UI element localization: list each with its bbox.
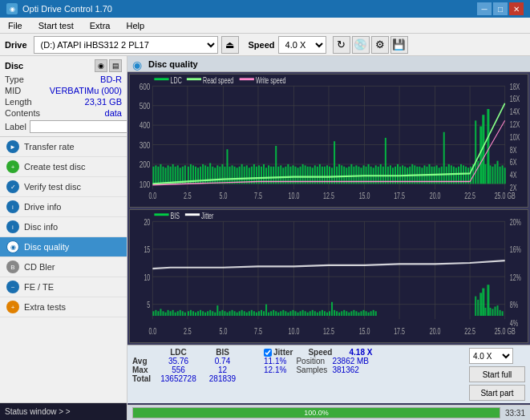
nav-icon-extra: + <box>6 301 19 313</box>
menu-file[interactable]: File <box>3 20 27 31</box>
svg-rect-267 <box>241 310 243 316</box>
nav-icon-drive-info: i <box>6 200 19 213</box>
svg-rect-321 <box>373 310 374 316</box>
settings-button[interactable]: ⚙ <box>371 36 389 54</box>
svg-rect-251 <box>202 311 204 316</box>
svg-rect-254 <box>209 310 211 316</box>
svg-rect-271 <box>251 310 253 316</box>
svg-rect-250 <box>200 310 201 316</box>
menu-extra[interactable]: Extra <box>85 20 115 31</box>
jitter-checkbox[interactable] <box>264 349 272 357</box>
svg-rect-311 <box>348 313 350 316</box>
progress-time: 33:31 <box>505 409 525 418</box>
close-button[interactable]: ✕ <box>509 2 524 15</box>
speed-select[interactable]: 4.0 X <box>278 36 326 54</box>
refresh-button[interactable]: ↻ <box>333 36 350 54</box>
svg-rect-289 <box>294 311 296 316</box>
nav-disc-quality[interactable]: ◉ Disc quality <box>0 237 127 257</box>
svg-text:12X: 12X <box>510 120 520 130</box>
svg-rect-264 <box>234 311 236 316</box>
svg-rect-272 <box>253 311 255 316</box>
svg-rect-243 <box>182 311 184 316</box>
svg-rect-318 <box>366 311 367 316</box>
svg-text:BIS: BIS <box>171 212 180 221</box>
nav-extra-tests[interactable]: + Extra tests <box>0 297 127 317</box>
svg-rect-112 <box>319 164 321 184</box>
svg-rect-329 <box>489 308 491 316</box>
svg-rect-54 <box>177 165 179 184</box>
disc-panel-title: Disc <box>5 61 23 71</box>
svg-text:Jitter: Jitter <box>201 212 213 221</box>
save-button[interactable]: 💾 <box>390 36 408 54</box>
svg-rect-283 <box>280 311 281 316</box>
svg-text:100: 100 <box>140 179 151 189</box>
nav-cd-bler[interactable]: B CD Bler <box>0 257 127 277</box>
svg-rect-277 <box>265 305 267 316</box>
svg-rect-261 <box>226 313 228 316</box>
svg-rect-233 <box>157 311 159 316</box>
svg-rect-306 <box>336 311 338 316</box>
svg-rect-181 <box>487 109 489 184</box>
nav-fe-te[interactable]: ~ FE / TE <box>0 277 127 297</box>
svg-rect-82 <box>246 165 248 184</box>
svg-text:15.0: 15.0 <box>359 327 370 337</box>
bis-header: BIS <box>200 348 245 357</box>
svg-rect-328 <box>487 285 489 316</box>
eject-button[interactable]: ⏏ <box>221 36 239 54</box>
nav-drive-info[interactable]: i Drive info <box>0 197 127 217</box>
maximize-button[interactable]: □ <box>493 2 508 15</box>
window-controls[interactable]: ─ □ ✕ <box>477 2 524 15</box>
disc-button[interactable]: 💿 <box>352 36 370 54</box>
action-buttons: 4.0 X Start full Start part <box>469 348 525 401</box>
svg-rect-302 <box>326 313 328 316</box>
svg-text:600: 600 <box>140 81 151 91</box>
svg-rect-191 <box>187 78 201 80</box>
start-part-button[interactable]: Start part <box>469 385 525 401</box>
svg-rect-291 <box>300 311 301 316</box>
svg-text:22.5: 22.5 <box>464 192 475 201</box>
svg-rect-248 <box>195 313 196 316</box>
svg-rect-180 <box>484 164 486 184</box>
disc-icon-1[interactable]: ◉ <box>95 59 107 72</box>
svg-text:10.0: 10.0 <box>289 192 300 201</box>
disc-quality-header: ◉ Disc quality <box>127 56 530 72</box>
svg-rect-188 <box>504 168 506 184</box>
nav-verify-test-disc[interactable]: ✓ Verify test disc <box>0 177 127 197</box>
avg-label: Avg <box>132 357 156 365</box>
nav-create-test-disc[interactable]: + Create test disc <box>0 157 127 177</box>
app-title: Opti Drive Control 1.70 <box>22 4 112 14</box>
svg-rect-45 <box>155 165 156 184</box>
total-ldc: 13652728 <box>156 374 200 383</box>
status-window[interactable]: Status window > > <box>0 402 127 420</box>
menu-start-test[interactable]: Start test <box>34 20 79 31</box>
svg-text:8%: 8% <box>510 301 518 310</box>
start-full-button[interactable]: Start full <box>469 366 525 382</box>
drive-select[interactable]: (D:) ATAPI iHBS312 2 PL17 <box>34 36 218 54</box>
label-input[interactable] <box>30 120 127 133</box>
disc-icon-2[interactable]: ▤ <box>109 59 122 72</box>
max-bis: 12 <box>200 365 245 374</box>
position-label: Position <box>296 357 332 365</box>
avg-ldc: 35.76 <box>156 357 200 365</box>
speed-header: Speed <box>296 348 332 357</box>
type-label: Type <box>5 74 24 85</box>
nav-items: ► Transfer rate + Create test disc ✓ Ver… <box>0 137 127 402</box>
svg-rect-139 <box>385 138 386 184</box>
svg-rect-237 <box>168 310 169 316</box>
menu-help[interactable]: Help <box>121 20 149 31</box>
svg-rect-335 <box>154 213 168 216</box>
nav-icon-disc-quality: ◉ <box>6 240 19 253</box>
svg-rect-330 <box>492 309 493 316</box>
svg-text:5.0: 5.0 <box>219 192 227 201</box>
speed-label: Speed <box>249 40 275 50</box>
svg-rect-273 <box>256 313 257 316</box>
speed-select-action[interactable]: 4.0 X <box>469 348 513 364</box>
svg-text:15: 15 <box>144 245 150 255</box>
minimize-button[interactable]: ─ <box>477 2 492 15</box>
nav-disc-info[interactable]: i Disc info <box>0 217 127 237</box>
svg-rect-66 <box>207 167 208 184</box>
nav-transfer-rate[interactable]: ► Transfer rate <box>0 137 127 157</box>
svg-text:20%: 20% <box>510 217 521 227</box>
chart-bis-svg: 20 15 10 5 20% 16% 12% 8% 4% 0.0 2.5 5.0 <box>130 210 528 342</box>
max-label: Max <box>132 365 156 374</box>
